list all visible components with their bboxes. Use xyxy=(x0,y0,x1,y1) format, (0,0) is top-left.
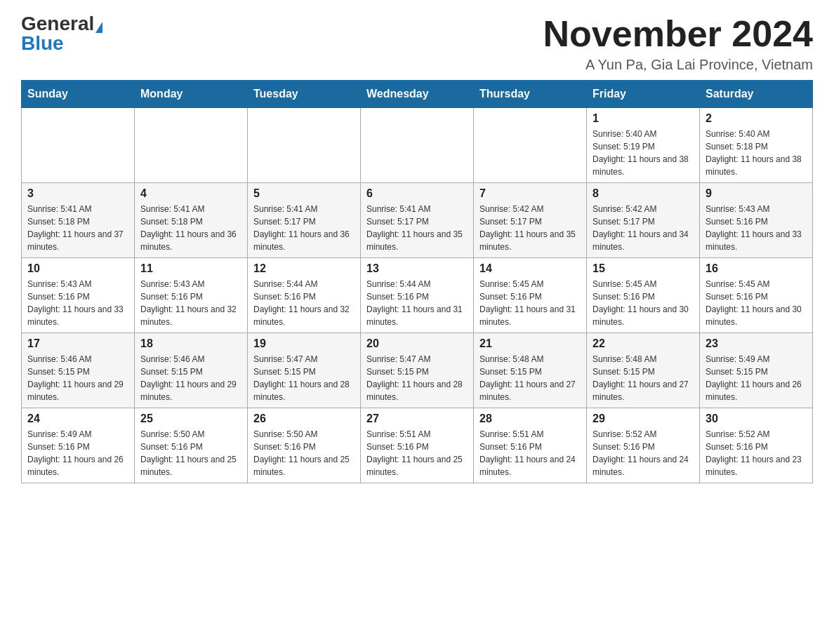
calendar-cell: 12Sunrise: 5:44 AMSunset: 5:16 PMDayligh… xyxy=(248,258,361,333)
calendar-cell: 30Sunrise: 5:52 AMSunset: 5:16 PMDayligh… xyxy=(700,408,813,483)
day-number: 10 xyxy=(27,262,128,275)
day-number: 9 xyxy=(706,187,807,200)
day-info: Sunrise: 5:47 AMSunset: 5:15 PMDaylight:… xyxy=(366,353,468,403)
calendar-cell: 11Sunrise: 5:43 AMSunset: 5:16 PMDayligh… xyxy=(135,258,248,333)
day-number: 12 xyxy=(253,262,355,275)
day-number: 20 xyxy=(366,337,468,350)
logo-triangle-icon xyxy=(95,22,102,33)
day-number: 27 xyxy=(366,412,468,425)
calendar-cell: 16Sunrise: 5:45 AMSunset: 5:16 PMDayligh… xyxy=(700,258,813,333)
day-info: Sunrise: 5:51 AMSunset: 5:16 PMDaylight:… xyxy=(366,428,468,478)
location-subtitle: A Yun Pa, Gia Lai Province, Vietnam xyxy=(543,57,813,73)
calendar-week-row: 24Sunrise: 5:49 AMSunset: 5:16 PMDayligh… xyxy=(22,408,813,483)
day-info: Sunrise: 5:41 AMSunset: 5:18 PMDaylight:… xyxy=(27,203,128,253)
day-info: Sunrise: 5:46 AMSunset: 5:15 PMDaylight:… xyxy=(140,353,241,403)
day-info: Sunrise: 5:42 AMSunset: 5:17 PMDaylight:… xyxy=(593,203,694,253)
column-header-sunday: Sunday xyxy=(22,81,135,108)
day-info: Sunrise: 5:43 AMSunset: 5:16 PMDaylight:… xyxy=(27,278,128,328)
month-title: November 2024 xyxy=(543,14,813,54)
calendar-cell: 20Sunrise: 5:47 AMSunset: 5:15 PMDayligh… xyxy=(361,333,474,408)
calendar-cell: 29Sunrise: 5:52 AMSunset: 5:16 PMDayligh… xyxy=(587,408,700,483)
page-header: General Blue November 2024 A Yun Pa, Gia… xyxy=(21,14,813,73)
calendar-cell: 7Sunrise: 5:42 AMSunset: 5:17 PMDaylight… xyxy=(474,183,587,258)
calendar-cell: 22Sunrise: 5:48 AMSunset: 5:15 PMDayligh… xyxy=(587,333,700,408)
calendar-cell: 27Sunrise: 5:51 AMSunset: 5:16 PMDayligh… xyxy=(361,408,474,483)
logo-general-text: General xyxy=(21,13,94,34)
calendar-cell: 6Sunrise: 5:41 AMSunset: 5:17 PMDaylight… xyxy=(361,183,474,258)
day-number: 23 xyxy=(706,337,807,350)
day-info: Sunrise: 5:42 AMSunset: 5:17 PMDaylight:… xyxy=(479,203,581,253)
day-info: Sunrise: 5:45 AMSunset: 5:16 PMDaylight:… xyxy=(593,278,694,328)
column-header-friday: Friday xyxy=(587,81,700,108)
day-info: Sunrise: 5:50 AMSunset: 5:16 PMDaylight:… xyxy=(140,428,241,478)
calendar-cell: 25Sunrise: 5:50 AMSunset: 5:16 PMDayligh… xyxy=(135,408,248,483)
calendar-cell xyxy=(361,108,474,183)
day-info: Sunrise: 5:48 AMSunset: 5:15 PMDaylight:… xyxy=(479,353,581,403)
calendar-cell: 21Sunrise: 5:48 AMSunset: 5:15 PMDayligh… xyxy=(474,333,587,408)
day-info: Sunrise: 5:44 AMSunset: 5:16 PMDaylight:… xyxy=(366,278,468,328)
day-info: Sunrise: 5:44 AMSunset: 5:16 PMDaylight:… xyxy=(253,278,355,328)
calendar-cell: 28Sunrise: 5:51 AMSunset: 5:16 PMDayligh… xyxy=(474,408,587,483)
calendar-cell xyxy=(474,108,587,183)
day-number: 7 xyxy=(479,187,581,200)
calendar-cell: 26Sunrise: 5:50 AMSunset: 5:16 PMDayligh… xyxy=(248,408,361,483)
calendar-week-row: 3Sunrise: 5:41 AMSunset: 5:18 PMDaylight… xyxy=(22,183,813,258)
day-number: 24 xyxy=(27,412,128,425)
day-info: Sunrise: 5:41 AMSunset: 5:18 PMDaylight:… xyxy=(140,203,241,253)
day-info: Sunrise: 5:40 AMSunset: 5:19 PMDaylight:… xyxy=(593,128,694,178)
calendar-cell: 10Sunrise: 5:43 AMSunset: 5:16 PMDayligh… xyxy=(22,258,135,333)
day-number: 3 xyxy=(27,187,128,200)
day-number: 2 xyxy=(706,112,807,125)
day-number: 25 xyxy=(140,412,241,425)
day-info: Sunrise: 5:43 AMSunset: 5:16 PMDaylight:… xyxy=(706,203,807,253)
calendar-table: SundayMondayTuesdayWednesdayThursdayFrid… xyxy=(21,80,813,483)
logo: General Blue xyxy=(21,14,102,53)
day-info: Sunrise: 5:41 AMSunset: 5:17 PMDaylight:… xyxy=(253,203,355,253)
calendar-cell: 4Sunrise: 5:41 AMSunset: 5:18 PMDaylight… xyxy=(135,183,248,258)
day-info: Sunrise: 5:51 AMSunset: 5:16 PMDaylight:… xyxy=(479,428,581,478)
calendar-cell: 14Sunrise: 5:45 AMSunset: 5:16 PMDayligh… xyxy=(474,258,587,333)
calendar-cell: 5Sunrise: 5:41 AMSunset: 5:17 PMDaylight… xyxy=(248,183,361,258)
day-number: 19 xyxy=(253,337,355,350)
column-header-monday: Monday xyxy=(135,81,248,108)
day-info: Sunrise: 5:41 AMSunset: 5:17 PMDaylight:… xyxy=(366,203,468,253)
calendar-cell: 13Sunrise: 5:44 AMSunset: 5:16 PMDayligh… xyxy=(361,258,474,333)
day-info: Sunrise: 5:43 AMSunset: 5:16 PMDaylight:… xyxy=(140,278,241,328)
day-number: 30 xyxy=(706,412,807,425)
day-number: 8 xyxy=(593,187,694,200)
calendar-cell: 24Sunrise: 5:49 AMSunset: 5:16 PMDayligh… xyxy=(22,408,135,483)
day-info: Sunrise: 5:48 AMSunset: 5:15 PMDaylight:… xyxy=(593,353,694,403)
day-info: Sunrise: 5:40 AMSunset: 5:18 PMDaylight:… xyxy=(706,128,807,178)
calendar-cell: 19Sunrise: 5:47 AMSunset: 5:15 PMDayligh… xyxy=(248,333,361,408)
column-header-wednesday: Wednesday xyxy=(361,81,474,108)
calendar-cell xyxy=(135,108,248,183)
calendar-cell: 23Sunrise: 5:49 AMSunset: 5:15 PMDayligh… xyxy=(700,333,813,408)
column-header-thursday: Thursday xyxy=(474,81,587,108)
calendar-cell: 9Sunrise: 5:43 AMSunset: 5:16 PMDaylight… xyxy=(700,183,813,258)
calendar-header-row: SundayMondayTuesdayWednesdayThursdayFrid… xyxy=(22,81,813,108)
day-number: 21 xyxy=(479,337,581,350)
day-info: Sunrise: 5:49 AMSunset: 5:16 PMDaylight:… xyxy=(27,428,128,478)
day-number: 14 xyxy=(479,262,581,275)
day-number: 22 xyxy=(593,337,694,350)
day-number: 4 xyxy=(140,187,241,200)
column-header-tuesday: Tuesday xyxy=(248,81,361,108)
calendar-week-row: 10Sunrise: 5:43 AMSunset: 5:16 PMDayligh… xyxy=(22,258,813,333)
calendar-cell: 18Sunrise: 5:46 AMSunset: 5:15 PMDayligh… xyxy=(135,333,248,408)
calendar-cell xyxy=(248,108,361,183)
day-number: 28 xyxy=(479,412,581,425)
day-info: Sunrise: 5:46 AMSunset: 5:15 PMDaylight:… xyxy=(27,353,128,403)
title-block: November 2024 A Yun Pa, Gia Lai Province… xyxy=(543,14,813,73)
logo-blue-text: Blue xyxy=(21,32,64,54)
day-number: 29 xyxy=(593,412,694,425)
day-number: 15 xyxy=(593,262,694,275)
day-info: Sunrise: 5:47 AMSunset: 5:15 PMDaylight:… xyxy=(253,353,355,403)
day-info: Sunrise: 5:52 AMSunset: 5:16 PMDaylight:… xyxy=(593,428,694,478)
calendar-cell xyxy=(22,108,135,183)
calendar-week-row: 17Sunrise: 5:46 AMSunset: 5:15 PMDayligh… xyxy=(22,333,813,408)
day-info: Sunrise: 5:52 AMSunset: 5:16 PMDaylight:… xyxy=(706,428,807,478)
column-header-saturday: Saturday xyxy=(700,81,813,108)
day-number: 11 xyxy=(140,262,241,275)
day-number: 18 xyxy=(140,337,241,350)
calendar-cell: 17Sunrise: 5:46 AMSunset: 5:15 PMDayligh… xyxy=(22,333,135,408)
